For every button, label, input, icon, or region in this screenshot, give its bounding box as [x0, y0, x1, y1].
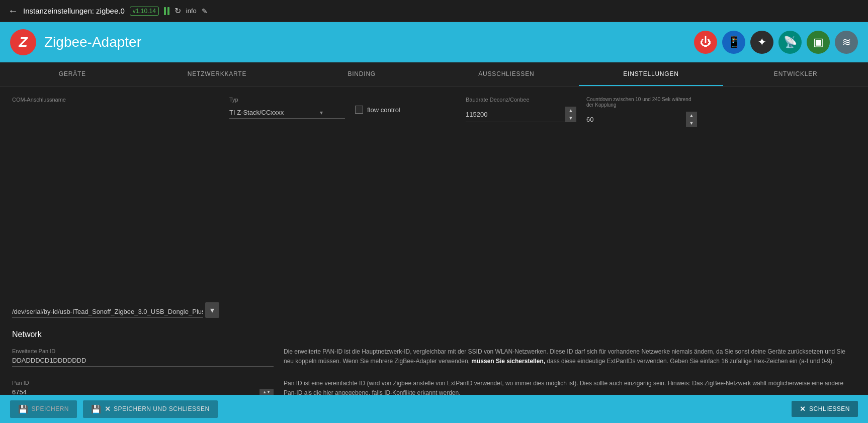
save-close-save-icon: 💾	[91, 404, 102, 414]
top-bar: ← Instanzeinstellungen: zigbee.0 v1.10.1…	[0, 0, 868, 22]
tab-geraete[interactable]: GERÄTE	[0, 62, 145, 86]
header-icons: ⏻ 📱 ✦ 📡 ▣ ≋	[694, 31, 858, 54]
save-icon: 💾	[18, 404, 29, 414]
tab-netzwerkkarte[interactable]: NETZWERKKARTE	[145, 62, 290, 86]
settings-button[interactable]: ✦	[750, 31, 773, 54]
extended-pan-id-label: Erweiterte Pan ID	[12, 348, 55, 354]
flow-control-checkbox[interactable]	[355, 106, 363, 114]
com-input-wrap	[12, 306, 203, 318]
typ-field-group: Typ TI Z-Stack/CCxxxx Conbee/Raspbee EZS…	[229, 97, 345, 119]
com-dropdown-button[interactable]: ▾	[205, 302, 219, 318]
signal-button[interactable]: ≋	[835, 31, 858, 54]
tab-entwickler[interactable]: ENTWICKLER	[723, 62, 868, 86]
version-badge: v1.10.14	[130, 7, 159, 16]
pan-id-input-wrap: ▲▼	[12, 386, 274, 395]
power-button[interactable]: ⏻	[694, 31, 717, 54]
typ-label: Typ	[229, 97, 345, 103]
baud-input[interactable]	[466, 109, 565, 120]
countdown-label: Countdown zwischen 10 und 240 Sek währen…	[586, 97, 697, 108]
refresh-button[interactable]: ↻	[175, 6, 181, 16]
status-bars	[164, 7, 169, 15]
save-close-label: SPEICHERN UND SCHLIESSEN	[114, 405, 210, 412]
bottom-bar: 💾 SPEICHERN 💾 ✕ SPEICHERN UND SCHLIESSEN…	[0, 395, 868, 423]
close-x-icon: ✕	[800, 405, 806, 413]
countdown-field-group: Countdown zwischen 10 und 240 Sek währen…	[586, 97, 697, 127]
extended-pan-id-info: Die erweiterte PAN-ID ist die Hauptnetzw…	[284, 347, 856, 367]
baud-label: Baudrate Deconz/Conbee	[466, 97, 576, 103]
com-label: COM-Anschlussname	[12, 97, 219, 103]
bottom-left-actions: 💾 SPEICHERN 💾 ✕ SPEICHERN UND SCHLIESSEN	[10, 400, 218, 418]
com-input[interactable]	[12, 306, 203, 318]
logo-letter: Z	[19, 34, 27, 50]
baud-field-group: Baudrate Deconz/Conbee ▲ ▼	[466, 97, 576, 122]
pan-id-label: Pan ID	[12, 380, 29, 386]
extended-pan-id-input[interactable]	[12, 355, 274, 367]
countdown-spinners: ▲ ▼	[686, 112, 697, 127]
baud-input-wrap: ▲ ▼	[466, 107, 576, 122]
settings-row: COM-Anschlussname ▾ Typ TI Z-Stack/CCxxx…	[12, 97, 856, 318]
close-label: SCHLIESSEN	[809, 405, 850, 412]
typ-select-arrow: ▾	[320, 109, 323, 116]
nav-tabs: GERÄTE NETZWERKKARTE BINDING AUSSCHLIESS…	[0, 62, 868, 87]
save-label: SPEICHERN	[32, 405, 69, 412]
baud-down-button[interactable]: ▼	[565, 114, 576, 122]
countdown-input[interactable]	[586, 114, 686, 125]
pan-id-up-button[interactable]: ▲▼	[259, 389, 274, 395]
pan-id-field: Pan ID ▲▼	[12, 379, 274, 395]
tab-ausschliessen[interactable]: AUSSCHLIESSEN	[434, 62, 579, 86]
save-button[interactable]: 💾 SPEICHERN	[10, 400, 77, 418]
countdown-down-button[interactable]: ▼	[686, 119, 697, 127]
instance-title: Instanzeinstellungen: zigbee.0	[23, 7, 125, 15]
typ-select-wrap: TI Z-Stack/CCxxxx Conbee/Raspbee EZSP Zi…	[229, 107, 345, 119]
countdown-up-button[interactable]: ▲	[686, 112, 697, 119]
app-logo: Z	[10, 29, 36, 55]
extended-pan-id-info-bold: müssen Sie sicherstellen,	[471, 358, 545, 365]
main-content: COM-Anschlussname ▾ Typ TI Z-Stack/CCxxx…	[0, 87, 868, 395]
pan-id-input[interactable]	[12, 386, 257, 395]
com-field-group: COM-Anschlussname ▾	[12, 97, 219, 318]
tab-binding[interactable]: BINDING	[289, 62, 434, 86]
baud-up-button[interactable]: ▲	[565, 107, 576, 114]
com-field: ▾	[12, 107, 219, 318]
status-bar-1	[164, 7, 166, 15]
info-button[interactable]: info	[186, 7, 197, 15]
extended-pan-id-field: Erweiterte Pan ID	[12, 347, 274, 367]
header-left: Z Zigbee-Adapter	[10, 29, 141, 55]
back-button[interactable]: ←	[8, 5, 18, 17]
chip-button[interactable]: ▣	[807, 31, 830, 54]
save-close-x-icon: ✕	[105, 405, 111, 413]
countdown-input-wrap: ▲ ▼	[586, 112, 697, 127]
app-header: Z Zigbee-Adapter ⏻ 📱 ✦ 📡 ▣ ≋	[0, 22, 868, 62]
network-section-title: Network	[12, 330, 856, 339]
typ-select[interactable]: TI Z-Stack/CCxxxx Conbee/Raspbee EZSP Zi…	[229, 107, 320, 118]
wifi-button[interactable]: 📡	[778, 31, 802, 54]
pan-id-info: Pan ID ist eine vereinfachte ID (wird vo…	[284, 379, 856, 395]
edit-button[interactable]: ✎	[202, 7, 208, 15]
close-button[interactable]: ✕ SCHLIESSEN	[792, 401, 858, 417]
pan-id-row: Pan ID ▲▼ Pan ID ist eine vereinfachte I…	[12, 379, 856, 395]
flow-control-label: flow control	[367, 106, 400, 114]
app-name: Zigbee-Adapter	[44, 34, 141, 50]
status-bar-2	[167, 7, 169, 15]
save-close-button[interactable]: 💾 ✕ SPEICHERN UND SCHLIESSEN	[83, 400, 218, 418]
baud-spinners: ▲ ▼	[565, 107, 576, 122]
tab-einstellungen[interactable]: EINSTELLUNGEN	[579, 62, 724, 86]
extended-pan-id-row: Erweiterte Pan ID Die erweiterte PAN-ID …	[12, 347, 856, 367]
flow-control-field: flow control	[355, 97, 456, 114]
phone-button[interactable]: 📱	[722, 31, 745, 54]
